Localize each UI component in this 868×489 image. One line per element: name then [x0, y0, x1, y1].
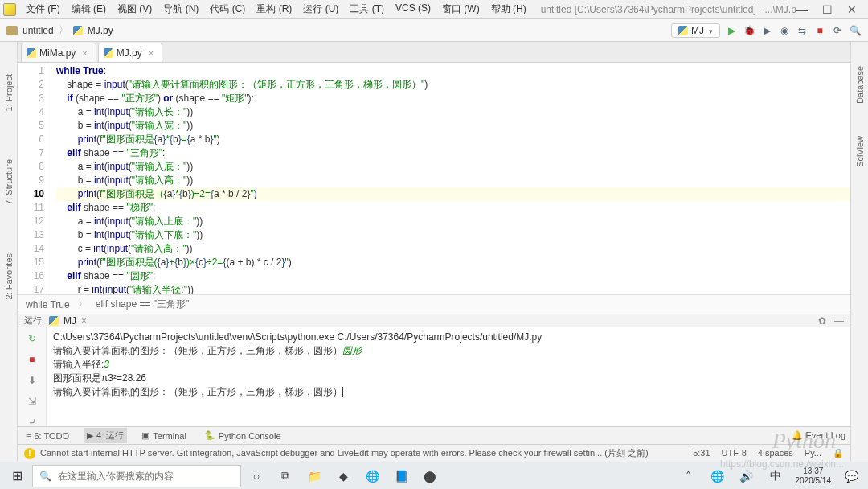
- python-file-icon: [27, 48, 36, 58]
- start-button[interactable]: ⊞: [3, 465, 31, 487]
- settings-icon[interactable]: ✿: [818, 315, 826, 327]
- run-button[interactable]: ▶: [725, 24, 738, 37]
- close-tab-icon[interactable]: ×: [149, 48, 154, 58]
- volume-icon[interactable]: 🔊: [733, 465, 760, 487]
- tab-label: 4: 运行: [96, 429, 124, 442]
- close-button[interactable]: ✕: [847, 3, 857, 16]
- side-tab[interactable]: 1: Project: [4, 74, 14, 111]
- clock[interactable]: 13:37 2020/5/14: [791, 466, 837, 486]
- side-tab[interactable]: 2: Favorites: [4, 253, 14, 299]
- explorer-icon[interactable]: 📁: [301, 465, 328, 487]
- window-title: untitled [C:\Users\37364\PycharmProjects…: [531, 4, 796, 15]
- tray-up-icon[interactable]: ˄: [675, 465, 702, 487]
- layout-button[interactable]: ⇲: [24, 393, 40, 409]
- chevron-down-icon: [707, 25, 713, 36]
- status-message: Cannot start internal HTTP server. Git i…: [40, 447, 649, 459]
- menu-item[interactable]: 代码 (C): [205, 1, 250, 18]
- notifications-icon[interactable]: 💬: [837, 465, 865, 487]
- chevron-right-icon: 〉: [59, 23, 68, 37]
- search-input[interactable]: [58, 471, 234, 482]
- code-crumb[interactable]: while True: [26, 299, 70, 310]
- stop-run-button[interactable]: ■: [24, 351, 40, 368]
- cortana-icon[interactable]: ○: [243, 465, 270, 487]
- python-icon: [678, 26, 688, 35]
- lock-icon[interactable]: 🔒: [833, 448, 844, 458]
- task-view-icon[interactable]: ⧉: [272, 465, 299, 487]
- python-icon: [49, 316, 59, 326]
- menu-item[interactable]: 编辑 (E): [67, 1, 111, 18]
- menu-item[interactable]: 导航 (N): [158, 1, 203, 18]
- side-tab[interactable]: 7: Structure: [4, 159, 14, 205]
- chrome-icon[interactable]: ⬤: [416, 465, 444, 487]
- network-icon[interactable]: 🌐: [704, 465, 731, 487]
- nav-bar: untitled 〉 MJ.py MJ ▶ 🐞 ▶ ◉ ⇆ ■ ⟳ 🔍: [0, 19, 868, 42]
- ime-icon[interactable]: 中: [762, 465, 789, 487]
- side-tab[interactable]: SciView: [855, 136, 865, 167]
- crumb-project[interactable]: untitled: [23, 25, 54, 36]
- title-bar: 文件 (F)编辑 (E)视图 (V)导航 (N)代码 (C)重构 (R)运行 (…: [0, 0, 868, 19]
- main-menu: 文件 (F)编辑 (E)视图 (V)导航 (N)代码 (C)重构 (R)运行 (…: [21, 1, 531, 18]
- warning-icon: !: [24, 448, 35, 459]
- event-log-tab[interactable]: 🔔 Event Log: [792, 430, 845, 441]
- menu-item[interactable]: 重构 (R): [252, 1, 297, 18]
- code-crumb[interactable]: elif shape == "三角形": [96, 298, 190, 311]
- menu-item[interactable]: 工具 (T): [345, 1, 389, 18]
- left-sidebar: 1: Project7: Structure2: Favorites: [0, 42, 18, 462]
- editor-tab[interactable]: MiMa.py×: [21, 43, 96, 62]
- debug-button[interactable]: 🐞: [743, 24, 755, 37]
- menu-item[interactable]: VCS (S): [391, 1, 436, 18]
- down-button[interactable]: ⬇: [24, 372, 40, 388]
- line-gutter: 12345678910111213141516171819: [18, 63, 51, 294]
- bottom-tab[interactable]: ▶4: 运行: [84, 428, 127, 443]
- pycharm-icon: [3, 3, 16, 16]
- maximize-button[interactable]: ☐: [822, 3, 833, 16]
- interpreter[interactable]: Py...: [805, 448, 821, 458]
- menu-item[interactable]: 帮助 (H): [486, 1, 531, 18]
- tab-icon: ≡: [26, 431, 31, 441]
- menu-item[interactable]: 文件 (F): [21, 1, 65, 18]
- run-config-selector[interactable]: MJ: [671, 23, 720, 38]
- close-icon[interactable]: ×: [81, 315, 87, 327]
- editor-tab[interactable]: MJ.py×: [98, 43, 162, 62]
- menu-item[interactable]: 窗口 (W): [437, 1, 485, 18]
- menu-item[interactable]: 视图 (V): [113, 1, 157, 18]
- right-sidebar: DatabaseSciView: [850, 42, 868, 462]
- minimize-panel-icon[interactable]: ―: [834, 315, 844, 327]
- taskbar-search[interactable]: 🔍: [32, 465, 241, 487]
- windows-taskbar: ⊞ 🔍 ○ ⧉ 📁 ◆ 🌐 📘 ⬤ ˄ 🌐 🔊 中 13:37 2020/5/1…: [0, 462, 868, 489]
- indent[interactable]: 4 spaces: [758, 448, 793, 458]
- minimize-button[interactable]: ―: [796, 3, 808, 16]
- tab-icon: ▶: [87, 430, 93, 441]
- close-tab-icon[interactable]: ×: [82, 48, 87, 58]
- code-area[interactable]: while True: shape = input("请输入要计算面积的图形：（…: [51, 63, 850, 294]
- pycharm-taskbar-icon[interactable]: ◆: [330, 465, 357, 487]
- run-target: MJ: [63, 315, 76, 327]
- ie-icon[interactable]: 🌐: [358, 465, 386, 487]
- tab-label: MiMa.py: [39, 47, 76, 59]
- coverage-button[interactable]: ▶: [760, 24, 773, 37]
- encoding[interactable]: UTF-8: [722, 448, 747, 458]
- folder-icon: [6, 26, 18, 35]
- code-breadcrumbs: while True〉elif shape == "三角形": [18, 294, 850, 314]
- tab-icon: 🐍: [204, 430, 215, 441]
- search-button[interactable]: 🔍: [849, 24, 862, 37]
- bottom-tool-tabs: ≡6: TODO▶4: 运行▣Terminal🐍Python Console🔔 …: [18, 426, 850, 444]
- python-file-icon: [73, 26, 83, 35]
- bottom-tab[interactable]: ▣Terminal: [138, 429, 190, 442]
- side-tab[interactable]: Database: [855, 66, 865, 104]
- run-label: 运行:: [24, 314, 44, 327]
- bottom-tab[interactable]: 🐍Python Console: [201, 429, 285, 442]
- editor[interactable]: 12345678910111213141516171819 while True…: [18, 63, 850, 294]
- edge-icon[interactable]: 📘: [387, 465, 415, 487]
- profile-button[interactable]: ◉: [778, 24, 791, 37]
- stop-button[interactable]: ■: [813, 24, 826, 37]
- tab-label: Terminal: [153, 431, 186, 441]
- crumb-file[interactable]: MJ.py: [88, 25, 113, 36]
- update-button[interactable]: ⟳: [831, 24, 844, 37]
- menu-item[interactable]: 运行 (U): [298, 1, 343, 18]
- concurrency-button[interactable]: ⇆: [796, 24, 809, 37]
- bottom-tab[interactable]: ≡6: TODO: [23, 429, 72, 442]
- rerun-button[interactable]: ↻: [24, 331, 40, 347]
- tab-icon: ▣: [141, 430, 149, 441]
- tab-label: 6: TODO: [34, 431, 69, 441]
